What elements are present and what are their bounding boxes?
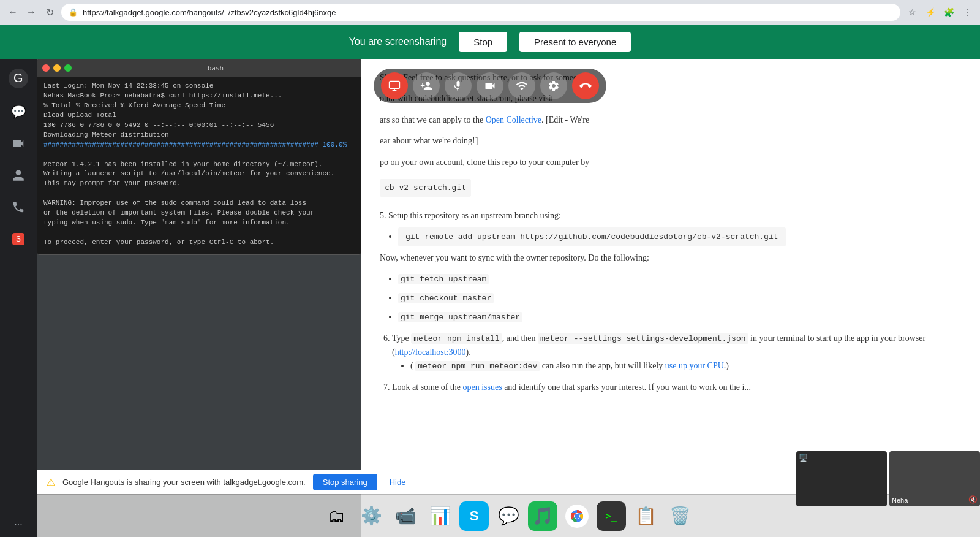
sidebar-chat-icon[interactable]: 💬 [7,101,29,123]
main-content: G 💬 S ··· [0,59,980,537]
back-button[interactable]: ← [5,4,21,20]
menu-icon[interactable]: ⋮ [959,4,975,20]
dock-spotify[interactable]: 🎵 [528,501,557,531]
dock-activity-monitor[interactable]: 📊 [425,501,454,531]
localhost-link[interactable]: http://localhost:3000 [395,348,466,357]
dock-facetime[interactable]: 📹 [391,501,420,531]
extensions-icon[interactable]: 🧩 [941,4,957,20]
terminal-line-1: Last login: Mon Nov 14 22:33:45 on conso… [43,82,355,91]
mute-mic-button[interactable] [445,72,472,99]
mute-camera-button[interactable] [477,72,503,99]
dock-system-prefs[interactable]: ⚙️ [356,501,386,531]
stop-button[interactable]: Stop [459,32,507,52]
terminal-line-8: Writing a launcher script to /usr/local/… [43,169,355,179]
end-call-button[interactable] [572,72,599,99]
address-bar[interactable]: 🔒 https://talkgadget.google.com/hangouts… [61,4,900,21]
terminal-titlebar: bash [37,59,361,77]
terminal-body[interactable]: Last login: Mon Nov 14 22:33:45 on conso… [37,77,361,254]
svg-point-6 [575,514,579,519]
reload-button[interactable]: ↻ [42,4,58,20]
step7-item: Look at some of the open issues and iden… [392,381,962,394]
step5-list: git remote add upstream https://github.c… [398,230,962,244]
terminal-blank-3 [43,228,355,238]
web-para-3: ars so that we can apply to the Open Col… [380,113,962,127]
terminal-line-3: % Total % Received % Xferd Average Speed… [43,101,355,111]
git-url-block: cb-v2-scratch.git [380,177,962,199]
dock-terminal[interactable]: >_ [597,501,626,531]
open-collective-link[interactable]: Open Collective [486,115,541,124]
browser-frame: ← → ↻ 🔒 https://talkgadget.google.com/ha… [0,0,980,537]
participant-thumbnail[interactable]: Neha 🔇 [889,451,980,506]
dock-messages[interactable]: 💬 [494,501,523,531]
terminal-title: bash [75,64,356,72]
terminal-line-11: or the deletion of important system file… [43,208,355,218]
step5-item: git remote add upstream https://github.c… [398,230,962,244]
terminal-line-5: 100 7786 0 7786 0 0 5492 0 --:--:-- 0:00… [43,121,355,131]
terminal-line-2: Nehas-MacBook-Pro:~ nehabatra$ curl http… [43,91,355,101]
hide-button[interactable]: Hide [385,474,411,490]
video-thumbnails: 🖥️ Neha 🔇 [796,451,980,506]
sync-list: git fetch upstream git checkout master g… [398,272,962,324]
step6-sublist: ( meteor npm run meteor:dev can also run… [410,359,962,373]
bookmark-icon[interactable]: ☆ [904,4,920,20]
svg-rect-2 [390,82,400,89]
terminal-progress: ########################################… [43,140,355,150]
web-para-4: ear about what we're doing!] [380,134,962,148]
terminal-blank-2 [43,189,355,199]
share-icon[interactable]: ⚡ [922,4,938,20]
open-issues-link[interactable]: open issues [462,383,502,392]
warning-icon: ⚠ [47,476,55,488]
terminal-maximize-dot[interactable] [64,64,72,72]
screen-share-thumb-icon: 🖥️ [799,454,808,462]
terminal-line-10: WARNING: Improper use of the sudo comman… [43,199,355,208]
sync-intro: Now, whenever you want to sync with the … [380,251,962,265]
sharing-message: Google Hangouts is sharing your screen w… [62,478,306,487]
sync-item-3: git merge upstream/master [398,310,962,324]
dock-finder[interactable]: 🗂 [322,501,352,531]
web-para-5: po on your own account, clone this repo … [380,156,962,169]
sidebar-contacts-icon[interactable] [7,164,29,186]
forward-button[interactable]: → [23,4,39,20]
participant-name: Neha [892,497,908,504]
sidebar-phone-icon[interactable] [7,196,29,218]
screenshare-message: You are screensharing [349,36,447,47]
signal-button[interactable] [508,72,535,99]
dock-skype[interactable]: S [459,501,489,531]
stop-sharing-button[interactable]: Stop sharing [313,474,377,490]
sidebar-more-dots[interactable]: ··· [14,519,22,530]
step6-sub-item: ( meteor npm run meteor:dev can also run… [410,359,962,373]
url-text: https://talkgadget.google.com/hangouts/_… [83,8,336,17]
terminal-blank-1 [43,150,355,160]
terminal-window: bash Last login: Mon Nov 14 22:33:45 on … [37,59,361,255]
cpu-link[interactable]: use up your CPU [665,361,724,370]
terminal-minimize-dot[interactable] [53,64,61,72]
terminal-line-6: Downloading Meteor distribution [43,131,355,140]
screen-thumbnail[interactable]: 🖥️ [796,451,887,506]
terminal-line-7: Meteor 1.4.2.1 has been installed in you… [43,160,355,170]
terminal-line-4: Dload Upload Total [43,111,355,121]
step5-heading: 5. Setup this repository as an upstream … [380,209,962,223]
terminal-line-13: To proceed, enter your password, or type… [43,238,355,248]
settings-button[interactable] [540,72,567,99]
left-sidebar: G 💬 S ··· [0,59,37,537]
terminal-line-9: This may prompt for your password. [43,179,355,189]
browser-icons: ☆ ⚡ 🧩 ⋮ [904,4,975,20]
sidebar-red-icon[interactable]: S [7,228,29,250]
svg-text:G: G [13,71,23,85]
add-person-button[interactable] [413,72,440,99]
dock-trash[interactable]: 🗑️ [665,501,695,531]
screenshare-banner: You are screensharing Stop Present to ev… [0,25,980,59]
terminal-close-dot[interactable] [42,64,50,72]
present-button[interactable]: Present to everyone [519,32,631,52]
terminal-blank-4 [43,248,355,254]
sync-item-1: git fetch upstream [398,272,962,286]
sidebar-video-icon[interactable] [7,132,29,154]
dock-chrome[interactable] [562,501,592,531]
terminal-line-12: typing when using sudo. Type "man sudo" … [43,218,355,228]
numbered-list: Type meteor npm install, and then meteor… [392,332,962,394]
dock-notes[interactable]: 📋 [631,501,660,531]
screen-share-control-button[interactable] [381,72,408,99]
call-controls [374,69,606,103]
sync-item-2: git checkout master [398,291,962,305]
mic-off-icon: 🔇 [968,495,978,504]
